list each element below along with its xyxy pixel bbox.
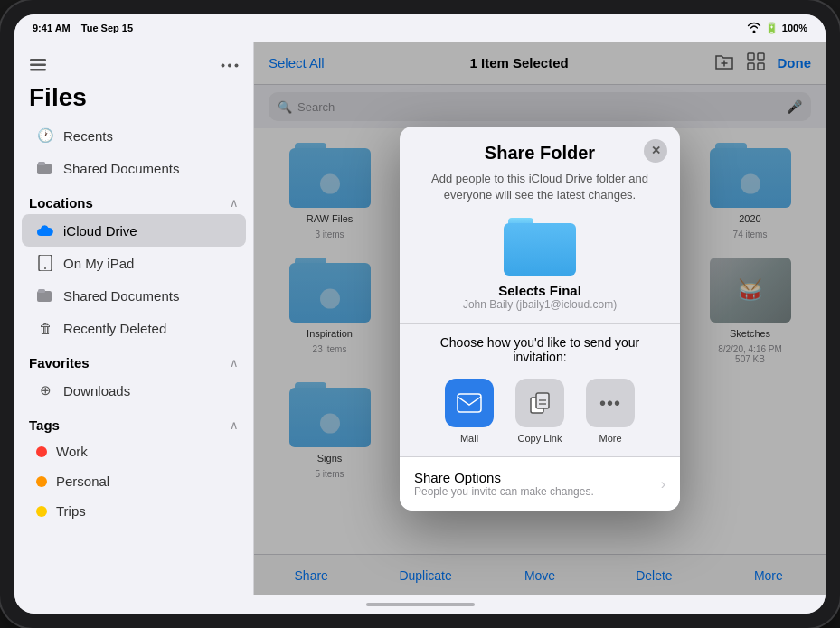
modal-options: Share Options People you invite can make…: [400, 456, 680, 511]
downloads-icon: ⊕: [36, 381, 54, 399]
modal-invite-label: Choose how you'd like to send your invit…: [400, 324, 680, 373]
battery-icon: 🔋: [765, 22, 779, 34]
sidebar-item-recents[interactable]: 🕐 Recents: [22, 119, 246, 152]
mail-icon: [445, 379, 494, 427]
favorites-section-header: Favorites ∧: [14, 344, 253, 374]
sidebar-item-ipad[interactable]: On My iPad: [22, 247, 246, 279]
modal-header: ✕ Share Folder Add people to this iCloud…: [400, 127, 680, 218]
work-tag-dot: [36, 446, 47, 457]
svg-rect-7: [38, 162, 45, 165]
modal-folder-owner: John Baily (jbaily1@icloud.com): [400, 298, 680, 311]
sidebar-top-bar: [14, 51, 253, 83]
svg-point-3: [222, 63, 225, 67]
sidebar-item-work[interactable]: Work: [22, 436, 246, 466]
locations-label: Locations: [29, 195, 93, 211]
home-indicator: [14, 595, 826, 614]
icloud-icon: [36, 221, 54, 239]
recents-icon: 🕐: [36, 127, 54, 145]
modal-overlay: ✕ Share Folder Add people to this iCloud…: [254, 42, 826, 595]
svg-point-5: [235, 63, 239, 67]
modal-folder-name: Selects Final: [400, 283, 680, 298]
battery-level: 100%: [782, 23, 807, 33]
svg-rect-0: [30, 59, 46, 61]
share-options-chevron-icon: ›: [661, 476, 665, 492]
sidebar-toggle-icon[interactable]: [29, 56, 47, 74]
home-bar: [366, 603, 475, 606]
copy-link-label: Copy Link: [518, 433, 562, 444]
more-share-label: More: [599, 433, 621, 444]
modal-close-button[interactable]: ✕: [644, 139, 667, 163]
main-layout: Files 🕐 Recents: [14, 42, 826, 595]
copy-link-button[interactable]: Copy Link: [515, 379, 564, 444]
share-options-subtitle: People you invite can make changes.: [414, 485, 661, 498]
more-share-button[interactable]: ••• More: [586, 379, 635, 444]
recently-deleted-label: Recently Deleted: [63, 321, 166, 336]
locations-chevron-icon[interactable]: ∧: [230, 196, 239, 210]
modal-title: Share Folder: [418, 143, 662, 164]
trips-tag-dot: [36, 506, 47, 517]
favorites-label: Favorites: [29, 355, 90, 370]
more-share-icon: •••: [586, 379, 635, 427]
ipad-screen: 9:41 AM Tue Sep 15 🔋 100%: [14, 14, 826, 614]
status-bar-right: 🔋 100%: [747, 22, 807, 34]
ipad-icon: [36, 254, 54, 272]
sidebar: Files 🕐 Recents: [14, 42, 254, 595]
ipad-frame: 9:41 AM Tue Sep 15 🔋 100%: [0, 0, 840, 628]
copy-link-icon: [515, 379, 564, 427]
sidebar-item-downloads[interactable]: ⊕ Downloads: [22, 374, 246, 407]
content-area: Files 🕐 Recents: [14, 42, 826, 595]
sidebar-item-shared-docs-top[interactable]: Shared Documents: [22, 152, 246, 184]
mail-share-button[interactable]: Mail: [445, 379, 494, 444]
shared-docs-icon: [36, 286, 54, 305]
shared-docs-top-label: Shared Documents: [63, 161, 179, 176]
share-folder-modal: ✕ Share Folder Add people to this iCloud…: [400, 127, 680, 511]
svg-point-4: [228, 63, 231, 67]
downloads-label: Downloads: [63, 383, 130, 398]
svg-point-9: [44, 267, 46, 269]
tags-section-header: Tags ∧: [14, 407, 253, 436]
mail-label: Mail: [460, 433, 478, 444]
personal-label: Personal: [56, 473, 109, 489]
sidebar-item-recently-deleted[interactable]: 🗑 Recently Deleted: [22, 312, 246, 344]
trips-label: Trips: [56, 503, 86, 519]
status-date: Tue Sep 15: [81, 23, 133, 33]
sidebar-item-trips[interactable]: Trips: [22, 496, 246, 526]
work-label: Work: [56, 444, 88, 459]
close-icon: ✕: [651, 144, 661, 157]
svg-rect-2: [30, 69, 46, 71]
share-options-title: Share Options: [414, 470, 661, 485]
share-options-row[interactable]: Share Options People you invite can make…: [400, 456, 680, 511]
sidebar-item-shared-docs[interactable]: Shared Documents: [22, 279, 246, 312]
recents-label: Recents: [63, 128, 113, 144]
shared-docs-top-icon: [36, 159, 54, 177]
share-buttons-row: Mail: [400, 373, 680, 456]
favorites-chevron-icon[interactable]: ∧: [230, 356, 239, 370]
status-time: 9:41 AM: [33, 23, 71, 33]
svg-rect-1: [30, 64, 46, 67]
ipad-label: On My iPad: [63, 256, 134, 271]
modal-subtitle: Add people to this iCloud Drive folder a…: [418, 171, 662, 203]
modal-folder-icon-container: [400, 218, 680, 276]
wifi-icon: [747, 22, 761, 34]
shared-docs-label: Shared Documents: [63, 288, 179, 304]
tags-chevron-icon[interactable]: ∧: [230, 418, 239, 432]
sidebar-title: Files: [14, 83, 253, 119]
sidebar-item-personal[interactable]: Personal: [22, 466, 246, 496]
svg-rect-11: [38, 289, 45, 293]
tags-label: Tags: [29, 417, 60, 433]
more-options-icon[interactable]: [221, 56, 239, 74]
sidebar-item-icloud[interactable]: iCloud Drive: [22, 214, 246, 247]
personal-tag-dot: [36, 476, 47, 487]
locations-section-header: Locations ∧: [14, 184, 253, 214]
icloud-label: iCloud Drive: [63, 223, 137, 239]
svg-rect-18: [458, 394, 481, 412]
share-folder-icon: [504, 218, 576, 276]
status-bar-left: 9:41 AM Tue Sep 15: [33, 23, 133, 33]
status-bar: 9:41 AM Tue Sep 15 🔋 100%: [14, 14, 826, 42]
trash-icon: 🗑: [36, 319, 54, 337]
file-browser: Select All 1 Item Selected: [254, 42, 826, 595]
share-options-text: Share Options People you invite can make…: [414, 470, 661, 498]
